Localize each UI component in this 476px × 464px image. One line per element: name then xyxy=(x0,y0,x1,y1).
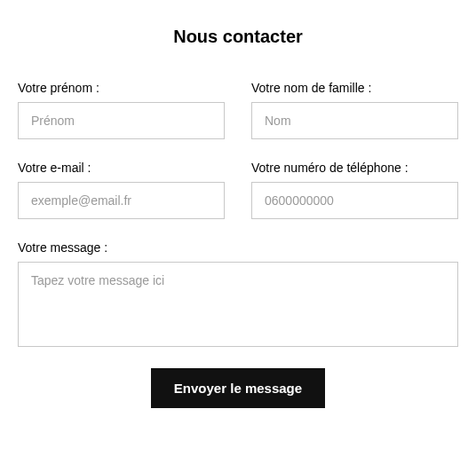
field-first-name: Votre prénom : xyxy=(18,81,225,139)
label-first-name: Votre prénom : xyxy=(18,81,225,95)
submit-button[interactable]: Envoyer le message xyxy=(151,368,325,408)
submit-wrap: Envoyer le message xyxy=(18,368,458,408)
textarea-message[interactable] xyxy=(18,262,458,347)
page-title: Nous contacter xyxy=(18,27,458,47)
input-last-name[interactable] xyxy=(251,102,458,139)
label-email: Votre e-mail : xyxy=(18,161,225,175)
row-name: Votre prénom : Votre nom de famille : xyxy=(18,81,458,139)
label-message: Votre message : xyxy=(18,240,458,255)
input-email[interactable] xyxy=(18,182,225,219)
label-last-name: Votre nom de famille : xyxy=(251,81,458,95)
input-phone[interactable] xyxy=(251,182,458,219)
input-first-name[interactable] xyxy=(18,102,225,139)
field-last-name: Votre nom de famille : xyxy=(251,81,458,139)
field-message: Votre message : xyxy=(18,240,458,347)
field-email: Votre e-mail : xyxy=(18,161,225,219)
label-phone: Votre numéro de téléphone : xyxy=(251,161,458,175)
field-phone: Votre numéro de téléphone : xyxy=(251,161,458,219)
row-contact: Votre e-mail : Votre numéro de téléphone… xyxy=(18,161,458,219)
